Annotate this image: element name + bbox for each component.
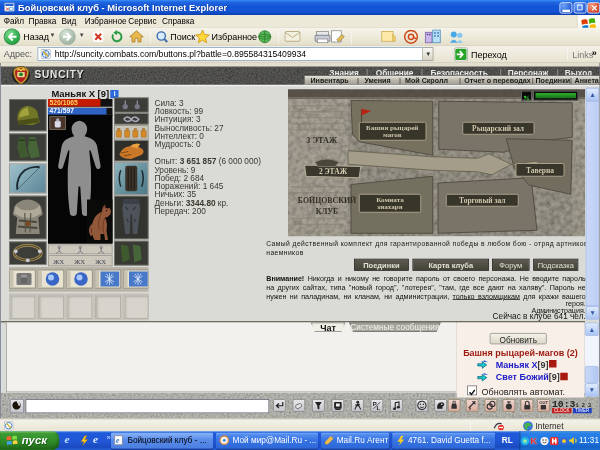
svg-text:3 ЭТАЖ: 3 ЭТАЖ <box>306 136 338 145</box>
svg-text:КЛУБ: КЛУБ <box>316 207 339 216</box>
svg-text:2 ЭТАЖ: 2 ЭТАЖ <box>319 167 348 176</box>
svg-text:OUT: OUT <box>539 400 548 405</box>
svg-text:Рыцарский зал: Рыцарский зал <box>472 124 525 133</box>
svg-text:БОЙЦОВСКИЙ: БОЙЦОВСКИЙ <box>298 196 356 205</box>
svg-text:Таверна: Таверна <box>526 166 554 175</box>
svg-text:Торговый зал: Торговый зал <box>459 196 506 205</box>
svg-text:знахаря: знахаря <box>377 203 402 211</box>
svg-text:магов: магов <box>383 131 402 139</box>
